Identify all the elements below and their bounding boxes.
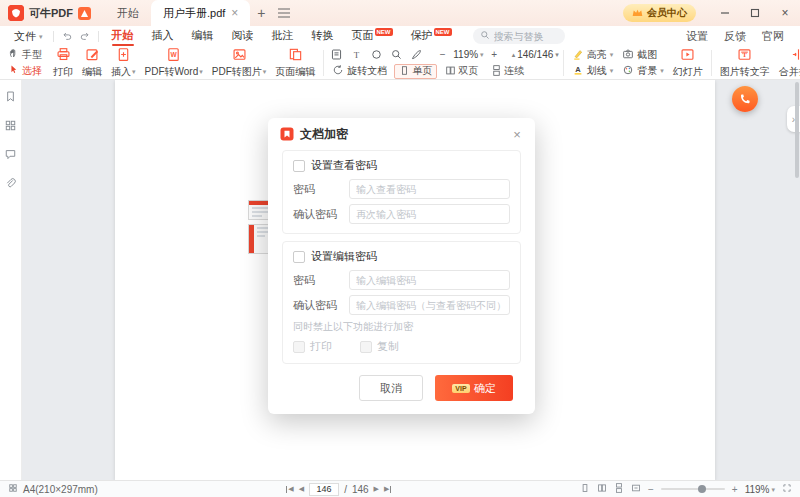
tab-home[interactable]: 开始 [105, 0, 151, 26]
sticky-note-icon[interactable] [328, 47, 345, 62]
tab-close-icon[interactable]: × [231, 7, 238, 19]
view-continuous-button[interactable]: 连续 [486, 64, 529, 79]
set-edit-password-checkbox-row[interactable]: 设置编辑密码 [293, 249, 510, 264]
file-menu[interactable]: 文件 ▾ [8, 29, 49, 44]
next-page-button[interactable]: ▶ [374, 485, 379, 493]
attachments-panel-icon[interactable] [4, 177, 17, 192]
view-password-label: 密码 [293, 182, 349, 197]
maximize-button[interactable] [740, 0, 770, 26]
zoom-slider-thumb[interactable] [698, 485, 706, 493]
view-password-input[interactable] [349, 179, 510, 199]
edit-password-input[interactable] [349, 270, 510, 290]
vertical-scrollbar[interactable] [795, 82, 799, 178]
new-tab-button[interactable]: + [250, 2, 272, 24]
zoom-out-button[interactable]: − [648, 484, 654, 495]
cancel-button[interactable]: 取消 [359, 375, 423, 401]
fit-page-icon[interactable] [631, 483, 641, 495]
first-page-button[interactable]: ◀ [286, 485, 293, 493]
set-view-password-checkbox-row[interactable]: 设置查看密码 [293, 158, 510, 173]
edit-confirm-input[interactable] [349, 295, 510, 315]
background-button[interactable]: 背景 ▾ [618, 63, 668, 78]
shape-tool-icon[interactable] [368, 47, 385, 62]
double-page-view-icon[interactable] [597, 483, 607, 495]
highlight-button[interactable]: 高亮 ▾ [568, 47, 618, 62]
page-edit-button[interactable]: 页面编辑 [271, 46, 319, 80]
zoom-slider[interactable] [661, 488, 725, 490]
restrict-options: 打印 复制 [293, 339, 510, 354]
menu-label: 阅读 [232, 29, 254, 41]
checkbox-icon[interactable] [293, 160, 305, 172]
hand-tool-button[interactable]: 手型 [4, 47, 46, 62]
minimize-button[interactable] [710, 0, 740, 26]
page-size-info: A4(210×297mm) [8, 483, 98, 495]
search-box[interactable] [473, 28, 565, 44]
tab-convert[interactable]: 转换 [303, 26, 343, 46]
settings-link[interactable]: 设置 [686, 29, 708, 44]
main-area: 文档加密 × 设置查看密码 密码 确认密码 [0, 80, 800, 480]
last-page-button[interactable]: ▶ [384, 485, 391, 493]
mobile-app-fab[interactable] [732, 86, 758, 112]
feedback-link[interactable]: 反馈 [724, 29, 746, 44]
document-canvas[interactable]: 文档加密 × 设置查看密码 密码 确认密码 [22, 80, 800, 480]
view-single-page-button[interactable]: 单页 [394, 64, 437, 79]
undo-icon[interactable] [58, 30, 76, 42]
tab-protect[interactable]: 保护NEW [402, 26, 461, 46]
tab-document-label: 用户手册.pdf [163, 6, 225, 21]
search-input[interactable] [494, 31, 554, 42]
underline-button[interactable]: A 划线 ▾ [568, 63, 618, 78]
print-button[interactable]: 打印 [49, 46, 77, 80]
text-tool-icon[interactable]: T [348, 47, 365, 62]
quick-launch-icon[interactable] [78, 7, 91, 20]
chevron-down-icon[interactable]: ▾ [480, 51, 484, 58]
zoom-in-button[interactable]: + [732, 484, 738, 495]
merge-split-button[interactable]: 合并拆分 [775, 46, 800, 80]
image-icon [232, 47, 247, 64]
official-site-link[interactable]: 官网 [762, 29, 784, 44]
tab-read[interactable]: 阅读 [223, 26, 263, 46]
confirm-button[interactable]: VIP 确定 [435, 375, 513, 401]
tab-page[interactable]: 页面NEW [343, 26, 402, 46]
insert-label: 插入 [111, 65, 131, 79]
tab-insert[interactable]: 插入 [143, 26, 183, 46]
single-page-view-icon[interactable] [580, 483, 590, 495]
view-confirm-input[interactable] [349, 204, 510, 224]
hamburger-menu-icon[interactable] [272, 2, 296, 24]
tab-edit[interactable]: 编辑 [183, 26, 223, 46]
insert-button[interactable]: 插入▾ [107, 46, 140, 80]
comments-panel-icon[interactable] [4, 148, 17, 163]
tab-start[interactable]: 开始 [103, 26, 143, 46]
image-to-text-button[interactable]: T 图片转文字 [716, 46, 774, 80]
vip-center-button[interactable]: 会员中心 [623, 4, 696, 22]
dialog-close-icon[interactable]: × [509, 127, 525, 142]
vip-badge: VIP [452, 384, 469, 393]
zoom-in-icon[interactable]: + [486, 47, 503, 62]
tab-document[interactable]: 用户手册.pdf × [151, 0, 250, 26]
page-up-icon[interactable]: ▴ [512, 51, 516, 58]
set-view-password-label: 设置查看密码 [311, 158, 377, 173]
rotate-document-button[interactable]: 旋转文档 [328, 64, 391, 79]
tab-annotate[interactable]: 批注 [263, 26, 303, 46]
slideshow-button[interactable]: 幻灯片 [669, 46, 707, 80]
previous-page-button[interactable]: ◀ [299, 485, 304, 493]
zoom-out-icon[interactable]: − [434, 47, 451, 62]
fullscreen-icon[interactable] [782, 483, 792, 495]
thumbnails-panel-icon[interactable] [4, 119, 17, 134]
view-double-page-button[interactable]: 双页 [440, 64, 483, 79]
edit-pdf-button[interactable]: 编辑 [78, 46, 106, 80]
continuous-scroll-icon [491, 65, 502, 78]
checkbox-icon[interactable] [293, 251, 305, 263]
page-down-icon[interactable]: ▾ [555, 51, 559, 58]
pdf-to-image-button[interactable]: PDF转图片▾ [208, 46, 271, 80]
close-window-button[interactable]: × [770, 0, 800, 26]
zoom-level[interactable]: 119%▾ [745, 484, 775, 495]
redo-icon[interactable] [76, 30, 94, 42]
continuous-view-icon[interactable] [614, 483, 624, 495]
highlighter-icon [572, 48, 584, 62]
screenshot-button[interactable]: 截图 [618, 47, 668, 62]
pen-tool-icon[interactable] [408, 47, 425, 62]
select-tool-button[interactable]: 选择 [4, 63, 46, 78]
magnifier-tool-icon[interactable] [388, 47, 405, 62]
page-number-input[interactable] [309, 483, 339, 496]
bookmarks-panel-icon[interactable] [4, 90, 17, 105]
pdf-to-word-button[interactable]: W PDF转Word▾ [141, 46, 207, 80]
